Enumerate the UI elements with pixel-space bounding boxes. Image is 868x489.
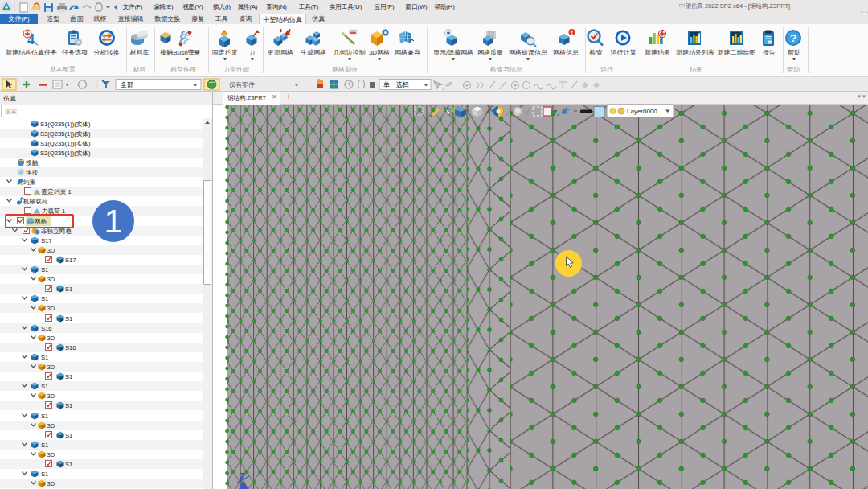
svg-text:单一选择: 单一选择 <box>383 81 409 88</box>
svg-text:?: ? <box>790 32 796 44</box>
svg-text:仅有零件: 仅有零件 <box>229 81 255 88</box>
svg-text:全部: 全部 <box>121 81 133 88</box>
svg-text:Layer0000: Layer0000 <box>627 108 657 115</box>
